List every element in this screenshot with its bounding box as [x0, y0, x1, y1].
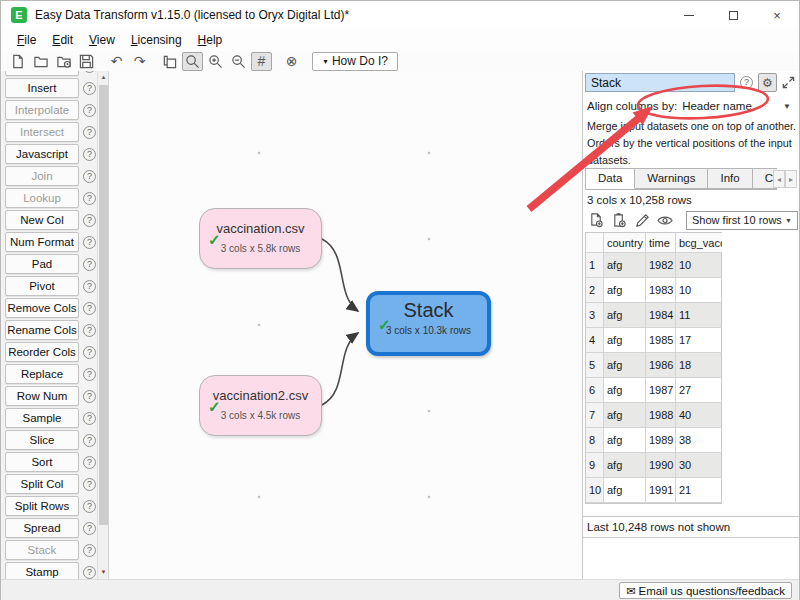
node-canvas[interactable]: ✓ vaccination.csv 3 cols x 5.8k rows ✓ S…: [108, 71, 582, 579]
node-name-field[interactable]: Stack: [585, 73, 735, 92]
zoom-in-icon[interactable]: [205, 52, 226, 71]
help-icon[interactable]: ?: [83, 302, 96, 315]
transform-button[interactable]: New Col: [5, 210, 79, 230]
undo-icon[interactable]: ↶: [106, 52, 127, 71]
open-folder-icon[interactable]: [30, 52, 51, 71]
transform-button[interactable]: Split Rows: [5, 496, 79, 516]
help-icon[interactable]: ?: [83, 522, 96, 535]
transform-button[interactable]: Num Format: [5, 232, 79, 252]
transform-button[interactable]: Stamp: [5, 562, 79, 579]
help-icon[interactable]: ?: [83, 478, 96, 491]
scrollbar-thumb[interactable]: [99, 85, 108, 525]
transform-button[interactable]: Sample: [5, 408, 79, 428]
maximize-button[interactable]: [711, 1, 755, 29]
duplicate-icon[interactable]: [159, 52, 180, 71]
transform-button[interactable]: Reorder Cols: [5, 342, 79, 362]
transform-button[interactable]: Spread: [5, 518, 79, 538]
node-stack-selected[interactable]: ✓ Stack 3 cols x 10.3k rows: [366, 291, 491, 356]
toggle-grid-icon[interactable]: #: [251, 52, 272, 71]
dropdown-icon[interactable]: ▼: [783, 102, 791, 111]
show-rows-select[interactable]: Show first 10 rows ▼: [686, 211, 798, 230]
help-icon[interactable]: ?: [83, 126, 96, 139]
transform-button-partial[interactable]: [5, 71, 79, 76]
edit-pencil-icon[interactable]: [632, 211, 652, 230]
transform-button[interactable]: Interpolate: [5, 100, 79, 120]
transform-button[interactable]: Stack: [5, 540, 79, 560]
inspector-tabs: DataWarningsInfoComm: [585, 168, 777, 190]
help-icon[interactable]: ?: [83, 280, 96, 293]
transform-button[interactable]: Replace: [5, 364, 79, 384]
menu-item[interactable]: Licensing: [123, 31, 190, 49]
transform-button[interactable]: Pad: [5, 254, 79, 274]
expand-panel-icon[interactable]: [779, 73, 798, 92]
row-number: 5: [586, 353, 604, 378]
node-vaccination-csv[interactable]: ✓ vaccination.csv 3 cols x 5.8k rows: [199, 208, 322, 269]
zoom-out-icon[interactable]: [228, 52, 249, 71]
tab[interactable]: Warnings: [635, 168, 708, 189]
help-icon[interactable]: ?: [83, 434, 96, 447]
help-icon[interactable]: ?: [737, 73, 756, 92]
help-icon[interactable]: ?: [83, 324, 96, 337]
menu-item[interactable]: Edit: [44, 31, 81, 49]
tab[interactable]: Info: [708, 168, 752, 189]
menu-item[interactable]: View: [81, 31, 123, 49]
help-icon[interactable]: ?: [83, 500, 96, 513]
preview-eye-icon[interactable]: [655, 211, 675, 230]
minimize-button[interactable]: [667, 1, 711, 29]
cell-time: 1991: [646, 478, 676, 503]
transform-button[interactable]: Intersect: [5, 122, 79, 142]
how-do-i-button[interactable]: ▼ How Do I?: [312, 52, 398, 71]
transform-button[interactable]: Split Col: [5, 474, 79, 494]
email-feedback-button[interactable]: ✉ Email us questions/feedback: [619, 582, 792, 599]
help-icon[interactable]: ?: [83, 346, 96, 359]
transform-button[interactable]: Sort: [5, 452, 79, 472]
align-columns-row: Align columns by: Header name ▼: [587, 97, 797, 115]
help-icon[interactable]: ?: [83, 71, 96, 73]
cell-country: afg: [604, 353, 646, 378]
export-file-icon[interactable]: [586, 211, 606, 230]
tab-scroll-left-icon[interactable]: ◂: [773, 170, 785, 188]
cell-country: afg: [604, 253, 646, 278]
transform-button[interactable]: Rename Cols: [5, 320, 79, 340]
transform-button[interactable]: Join: [5, 166, 79, 186]
help-icon[interactable]: ?: [83, 236, 96, 249]
col-header-bcg-vacc: bcg_vacc: [676, 233, 722, 253]
search-icon[interactable]: [182, 52, 203, 71]
help-icon[interactable]: ?: [83, 82, 96, 95]
help-icon[interactable]: ?: [83, 192, 96, 205]
new-file-icon[interactable]: [7, 52, 28, 71]
help-icon[interactable]: ?: [83, 214, 96, 227]
help-icon[interactable]: ?: [83, 544, 96, 557]
help-icon[interactable]: ?: [83, 412, 96, 425]
menu-item[interactable]: File: [9, 31, 44, 49]
transform-button[interactable]: Row Num: [5, 386, 79, 406]
copy-clipboard-icon[interactable]: [609, 211, 629, 230]
help-icon[interactable]: ?: [83, 148, 96, 161]
sidebar-scrollbar[interactable]: ▲ ▼: [97, 71, 108, 579]
help-icon[interactable]: ?: [83, 390, 96, 403]
help-icon[interactable]: ?: [83, 258, 96, 271]
transform-button[interactable]: Pivot: [5, 276, 79, 296]
help-icon[interactable]: ?: [83, 456, 96, 469]
reset-zoom-icon[interactable]: ⊗: [281, 52, 302, 71]
node-vaccination2-csv[interactable]: ✓ vaccination2.csv 3 cols x 4.5k rows: [199, 375, 322, 436]
tab[interactable]: Data: [585, 168, 635, 189]
help-icon[interactable]: ?: [83, 566, 96, 579]
help-icon[interactable]: ?: [83, 170, 96, 183]
tab-scroll-right-icon[interactable]: ▸: [785, 170, 797, 188]
close-button[interactable]: ×: [755, 1, 799, 29]
save-icon[interactable]: [76, 52, 97, 71]
transform-button[interactable]: Remove Cols: [5, 298, 79, 318]
transform-button[interactable]: Lookup: [5, 188, 79, 208]
help-icon[interactable]: ?: [83, 368, 96, 381]
transform-button[interactable]: Slice: [5, 430, 79, 450]
help-icon[interactable]: ?: [83, 104, 96, 117]
menu-item[interactable]: Help: [190, 31, 231, 49]
redo-icon[interactable]: ↷: [129, 52, 150, 71]
transform-button[interactable]: Insert: [5, 78, 79, 98]
settings-gear-icon[interactable]: ⚙: [758, 73, 777, 92]
transform-button[interactable]: Javascript: [5, 144, 79, 164]
open-recent-icon[interactable]: [53, 52, 74, 71]
align-columns-select[interactable]: Header name: [682, 100, 752, 112]
cell-time: 1986: [646, 353, 676, 378]
